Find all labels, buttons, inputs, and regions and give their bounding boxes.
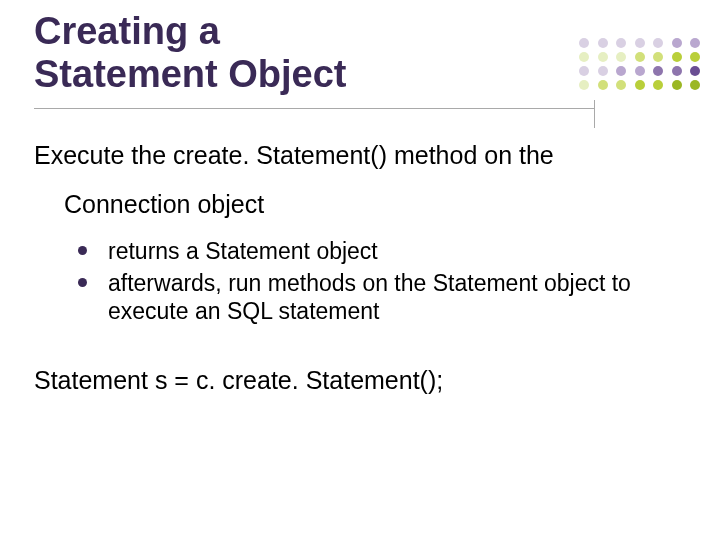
title-underline-tick [594,100,595,128]
code-example: Statement s = c. create. Statement(); [34,365,674,396]
body-content: Execute the create. Statement() method o… [34,140,674,421]
dot-icon [598,66,608,76]
dot-row [575,66,700,76]
dot-icon [653,38,663,48]
list-item: afterwards, run methods on the Statement… [78,269,674,325]
dot-icon [635,66,645,76]
dot-icon [579,38,589,48]
dot-icon [635,52,645,62]
dot-icon [672,52,682,62]
dot-icon [579,80,589,90]
decorative-dot-grid [575,38,700,94]
dot-icon [653,80,663,90]
dot-row [575,38,700,48]
lead-text-line1: Execute the create. Statement() method o… [34,140,674,171]
dot-icon [616,66,626,76]
dot-icon [672,66,682,76]
list-item: returns a Statement object [78,237,674,265]
dot-icon [690,38,700,48]
dot-icon [690,66,700,76]
dot-icon [635,80,645,90]
dot-icon [616,38,626,48]
dot-row [575,52,700,62]
title-line-2: Statement Object [34,53,347,95]
dot-icon [690,52,700,62]
dot-icon [653,52,663,62]
dot-icon [635,38,645,48]
slide-title: Creating a Statement Object [34,10,454,95]
dot-icon [598,80,608,90]
dot-icon [598,38,608,48]
lead-text-line2: Connection object [34,189,674,220]
dot-icon [616,80,626,90]
dot-icon [653,66,663,76]
title-underline [34,108,594,109]
dot-icon [579,52,589,62]
bullet-list: returns a Statement object afterwards, r… [34,237,674,325]
dot-icon [616,52,626,62]
dot-row [575,80,700,90]
dot-icon [598,52,608,62]
dot-icon [690,80,700,90]
dot-icon [672,80,682,90]
dot-icon [672,38,682,48]
slide: Creating a Statement Object [0,0,720,540]
title-line-1: Creating a [34,10,220,52]
dot-icon [579,66,589,76]
title-block: Creating a Statement Object [34,10,454,95]
